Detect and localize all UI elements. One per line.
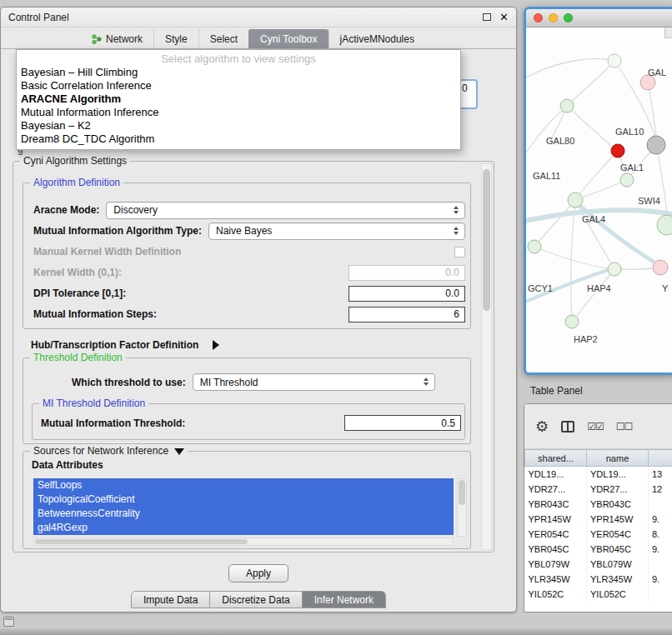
algorithm-option[interactable]: ARACNE Algorithm	[17, 92, 460, 106]
dpi-tolerance-field[interactable]: 0.0	[349, 286, 465, 302]
minimized-panel-icon[interactable]	[3, 617, 14, 627]
network-view-window: GALGAL80GAL10GAL11GAL1SWI4GAL4GCY1HAP4YH…	[524, 7, 672, 375]
mi-threshold-field[interactable]: 0.5	[344, 415, 461, 431]
table-settings-gear-icon[interactable]: ⚙	[535, 419, 549, 434]
table-panel-title: Table Panel	[530, 385, 583, 397]
table-row[interactable]: YDL19...YDL19...13	[525, 467, 672, 482]
algorithm-listbox: Bayesian – Hill ClimbingBasic Correlatio…	[17, 66, 460, 146]
algorithm-definition-title: Algorithm Definition	[30, 177, 123, 189]
tab-select[interactable]: Select	[198, 29, 248, 48]
table-row[interactable]: YBR043CYBR043C	[525, 497, 672, 512]
network-node[interactable]	[647, 136, 665, 154]
network-node[interactable]	[568, 192, 583, 208]
tab-network[interactable]: Network	[81, 29, 153, 48]
combo-arrows-icon	[424, 378, 429, 386]
table-row[interactable]: YIL052CYIL052C	[525, 587, 672, 602]
mi-type-label: Mutual Information Algorithm Type:	[33, 225, 202, 237]
data-attribute-item[interactable]: gal4RGexp	[33, 521, 454, 535]
close-window-icon[interactable]	[534, 13, 543, 22]
apply-button[interactable]: Apply	[228, 564, 288, 582]
mi-threshold-definition-group: MI Threshold Definition Mutual Informati…	[32, 403, 465, 440]
sources-toggle[interactable]: Sources for Network Inference	[30, 445, 188, 458]
data-attributes-label: Data Attributes	[32, 459, 103, 471]
data-attribute-item[interactable]: TopologicalCoefficient	[33, 492, 454, 507]
which-threshold-select[interactable]: MI Threshold	[193, 373, 435, 391]
network-node-label: Y	[662, 283, 669, 293]
network-node[interactable]	[657, 215, 672, 235]
mi-steps-field[interactable]: 6	[349, 307, 465, 322]
mi-algorithm-type-select[interactable]: Naive Bayes	[208, 222, 465, 240]
zoom-window-icon[interactable]	[564, 13, 573, 22]
network-canvas[interactable]: GALGAL80GAL10GAL11GAL1SWI4GAL4GCY1HAP4YH…	[526, 28, 672, 372]
network-node[interactable]	[608, 262, 621, 276]
table-row[interactable]: YLR345WYLR345W9.	[525, 572, 672, 587]
tab-label: Discretize Data	[222, 594, 289, 606]
control-panel-title: Control Panel	[8, 12, 69, 23]
network-window-titlebar[interactable]	[526, 9, 672, 28]
network-node-label: GAL4	[582, 214, 605, 224]
close-panel-icon[interactable]: ✕	[499, 12, 509, 22]
birdseye-toggle[interactable]	[664, 28, 672, 38]
network-labels: GALGAL80GAL10GAL11GAL1SWI4GAL4GCY1HAP4YH…	[528, 68, 669, 344]
network-edges	[526, 58, 667, 316]
table-row[interactable]: YDR27...YDR27...12	[525, 482, 672, 497]
table-row[interactable]: YBR045CYBR045C9.	[525, 542, 672, 557]
tab-discretize-data[interactable]: Discretize Data	[210, 591, 302, 608]
bottom-tabbar: Impute Data Discretize Data Infer Networ…	[131, 591, 386, 608]
control-panel-tabbar: Network Style Select Cyni Toolbox jActiv…	[1, 29, 516, 49]
algorithm-option[interactable]: Basic Correlation Inference	[17, 79, 460, 92]
aracne-mode-select[interactable]: Discovery	[106, 202, 465, 219]
table-row[interactable]: YBL079WYBL079W	[525, 557, 672, 572]
data-attribute-item[interactable]: SelfLoops	[33, 478, 454, 492]
network-node[interactable]	[620, 173, 634, 187]
settings-scrollbar-thumb[interactable]	[483, 169, 490, 311]
table-column-header[interactable]: shared...	[525, 450, 587, 467]
manual-kernel-checkbox[interactable]	[454, 247, 465, 258]
algorithm-option[interactable]: Bayesian – Hill Climbing	[17, 66, 460, 79]
attributes-vscrollbar-thumb[interactable]	[459, 480, 465, 505]
hub-definition-label: Hub/Transcription Factor Definition	[31, 339, 198, 351]
attributes-hscrollbar[interactable]	[33, 538, 454, 546]
tab-impute-data[interactable]: Impute Data	[131, 591, 210, 608]
algorithm-option[interactable]: Bayesian – K2	[17, 119, 460, 132]
table-row[interactable]: YPR145WYPR145W9.	[525, 512, 672, 527]
settings-scrollbar[interactable]	[481, 163, 492, 550]
tab-style[interactable]: Style	[153, 29, 198, 48]
algorithm-option[interactable]: Mutual Information Inference	[17, 106, 460, 119]
network-node[interactable]	[611, 144, 624, 158]
tab-infer-network[interactable]: Infer Network	[303, 591, 386, 608]
network-icon	[92, 34, 102, 44]
attributes-hscrollbar-thumb[interactable]	[35, 539, 248, 544]
tab-cyni-toolbox[interactable]: Cyni Toolbox	[248, 29, 328, 48]
tab-label: Style	[165, 33, 188, 45]
network-node[interactable]	[528, 240, 541, 253]
tab-label: Cyni Toolbox	[260, 33, 317, 45]
table-panel-window: ⚙ ☑☑ ☐☐ shared...name YDL19...YDL19...13…	[524, 403, 672, 612]
algorithm-option[interactable]: Dream8 DC_TDC Algorithm	[17, 132, 460, 146]
table-column-header[interactable]: name	[587, 450, 649, 467]
network-node[interactable]	[608, 54, 621, 68]
table-body: YDL19...YDL19...13YDR27...YDR27...12YBR0…	[525, 467, 672, 602]
tab-label: Select	[210, 33, 238, 45]
tab-label: jActiveMNodules	[340, 33, 414, 45]
minimize-window-icon[interactable]	[549, 13, 558, 22]
tab-label: Network	[106, 33, 143, 45]
network-node[interactable]	[565, 315, 579, 328]
table-column-header[interactable]	[649, 450, 672, 467]
deselect-all-rows-icon[interactable]: ☐☐	[616, 421, 633, 432]
network-node[interactable]	[560, 99, 574, 112]
algorithm-definition-group: Algorithm Definition Aracne Mode: Discov…	[23, 182, 471, 329]
sources-group: Sources for Network Inference Data Attri…	[23, 451, 471, 549]
tab-jactivemodules[interactable]: jActiveMNodules	[328, 29, 425, 48]
column-selector-icon[interactable]	[561, 421, 574, 432]
network-node[interactable]	[653, 260, 668, 275]
float-window-icon[interactable]	[483, 13, 491, 21]
select-all-rows-icon[interactable]: ☑☑	[587, 421, 604, 432]
which-threshold-value: MI Threshold	[200, 377, 258, 388]
network-node-label: GAL11	[533, 171, 560, 181]
data-attribute-item[interactable]: BetweennessCentrality	[33, 507, 454, 521]
attributes-vscrollbar[interactable]	[457, 478, 467, 537]
kernel-width-field[interactable]: 0.0	[349, 265, 465, 281]
table-row[interactable]: YER054CYER054C8.	[525, 527, 672, 542]
hub-definition-toggle[interactable]: Hub/Transcription Factor Definition	[31, 339, 219, 351]
